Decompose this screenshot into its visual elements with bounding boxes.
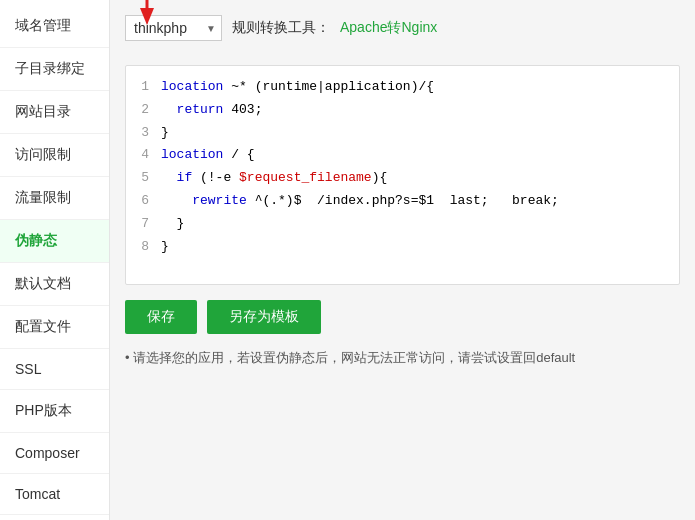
sidebar-item-domain[interactable]: 域名管理 xyxy=(0,5,109,48)
code-line-3: 3 } xyxy=(126,122,679,145)
top-bar-wrapper: thinkphp laravel wordpress dedecms discu… xyxy=(125,15,437,53)
main-content: thinkphp laravel wordpress dedecms discu… xyxy=(110,0,695,520)
sidebar-item-config-file[interactable]: 配置文件 xyxy=(0,306,109,349)
code-editor[interactable]: 1 location ~* (runtime|application)/{ 2 … xyxy=(125,65,680,285)
code-line-7: 7 } xyxy=(126,213,679,236)
sidebar-item-redirect[interactable]: 重定向 xyxy=(0,515,109,520)
code-line-6: 6 rewrite ^(.*)$ /index.php?s=$1 last; b… xyxy=(126,190,679,213)
code-line-1: 1 location ~* (runtime|application)/{ xyxy=(126,76,679,99)
code-line-5: 5 if (!-e $request_filename){ xyxy=(126,167,679,190)
sidebar-item-directory-bind[interactable]: 子目录绑定 xyxy=(0,48,109,91)
code-line-4: 4 location / { xyxy=(126,144,679,167)
top-bar: thinkphp laravel wordpress dedecms discu… xyxy=(125,15,437,41)
sidebar-item-pseudo-static[interactable]: 伪静态 xyxy=(0,220,109,263)
code-line-8: 8 } xyxy=(126,236,679,259)
sidebar-item-website-dir[interactable]: 网站目录 xyxy=(0,91,109,134)
save-button[interactable]: 保存 xyxy=(125,300,197,334)
notice-text: 请选择您的应用，若设置伪静态后，网站无法正常访问，请尝试设置回default xyxy=(125,349,680,367)
save-as-template-button[interactable]: 另存为模板 xyxy=(207,300,321,334)
apache-to-nginx-link[interactable]: Apache转Nginx xyxy=(340,19,437,37)
code-line-2: 2 return 403; xyxy=(126,99,679,122)
sidebar-item-ssl[interactable]: SSL xyxy=(0,349,109,390)
sidebar-item-access-limit[interactable]: 访问限制 xyxy=(0,134,109,177)
framework-select-wrapper: thinkphp laravel wordpress dedecms discu… xyxy=(125,15,222,41)
button-row: 保存 另存为模板 xyxy=(125,300,680,334)
sidebar-item-composer[interactable]: Composer xyxy=(0,433,109,474)
framework-select[interactable]: thinkphp laravel wordpress dedecms discu… xyxy=(125,15,222,41)
sidebar-item-php-version[interactable]: PHP版本 xyxy=(0,390,109,433)
tool-label: 规则转换工具： xyxy=(232,19,330,37)
sidebar: 域名管理 子目录绑定 网站目录 访问限制 流量限制 伪静态 默认文档 配置文件 … xyxy=(0,0,110,520)
sidebar-item-default-doc[interactable]: 默认文档 xyxy=(0,263,109,306)
sidebar-item-tomcat[interactable]: Tomcat xyxy=(0,474,109,515)
sidebar-item-traffic-limit[interactable]: 流量限制 xyxy=(0,177,109,220)
